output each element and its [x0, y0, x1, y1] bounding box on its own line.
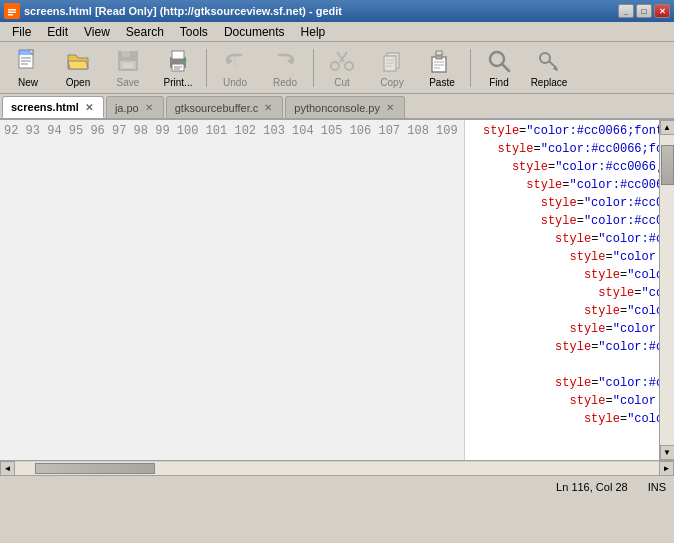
print-icon — [164, 47, 192, 75]
undo-label: Undo — [223, 77, 247, 88]
open-icon — [64, 47, 92, 75]
replace-icon — [535, 47, 563, 75]
cut-button: Cut — [318, 45, 366, 91]
replace-label: Replace — [531, 77, 568, 88]
undo-button: Undo — [211, 45, 259, 91]
separator-1 — [206, 49, 207, 87]
open-button[interactable]: Open — [54, 45, 102, 91]
vertical-scrollbar[interactable]: ▲ ▼ — [659, 120, 674, 460]
paste-label: Paste — [429, 77, 455, 88]
menu-search[interactable]: Search — [118, 23, 172, 41]
tab-screens-close[interactable]: ✕ — [83, 102, 95, 113]
svg-point-26 — [345, 62, 353, 70]
menu-view[interactable]: View — [76, 23, 118, 41]
find-label: Find — [489, 77, 508, 88]
new-icon — [14, 47, 42, 75]
svg-rect-13 — [123, 63, 133, 68]
window-title: screens.html [Read Only] (http://gtksour… — [24, 5, 342, 17]
horizontal-scrollbar[interactable]: ◄ ► — [0, 460, 674, 475]
print-button[interactable]: Print... — [154, 45, 202, 91]
menu-tools[interactable]: Tools — [172, 23, 216, 41]
scroll-down-button[interactable]: ▼ — [660, 445, 675, 460]
save-label: Save — [117, 77, 140, 88]
tab-pythonconsole-close[interactable]: ✕ — [384, 102, 396, 113]
editor: 92 93 94 95 96 97 98 99 100 101 102 103 … — [0, 120, 674, 460]
scroll-up-button[interactable]: ▲ — [660, 120, 675, 135]
tab-gtksource-close[interactable]: ✕ — [262, 102, 274, 113]
tab-gtksource-label: gtksourcebuffer.c — [175, 102, 259, 114]
paste-button[interactable]: Paste — [418, 45, 466, 91]
find-button[interactable]: Find — [475, 45, 523, 91]
close-button[interactable]: ✕ — [654, 4, 670, 18]
toolbar: New Open Save — [0, 42, 674, 94]
menu-file[interactable]: File — [4, 23, 39, 41]
tab-japo-close[interactable]: ✕ — [143, 102, 155, 113]
app-icon — [4, 3, 20, 19]
separator-3 — [470, 49, 471, 87]
scroll-track[interactable] — [660, 135, 674, 445]
statusbar: Ln 116, Col 28 INS — [0, 475, 674, 497]
tab-japo-label: ja.po — [115, 102, 139, 114]
svg-line-39 — [502, 64, 509, 71]
copy-button: Copy — [368, 45, 416, 91]
svg-rect-15 — [172, 51, 184, 59]
svg-marker-22 — [287, 57, 293, 65]
separator-2 — [313, 49, 314, 87]
paste-icon — [428, 47, 456, 75]
scroll-left-button[interactable]: ◄ — [0, 461, 15, 476]
redo-label: Redo — [273, 77, 297, 88]
cursor-position: Ln 116, Col 28 — [556, 481, 628, 493]
svg-rect-11 — [122, 51, 130, 57]
new-label: New — [18, 77, 38, 88]
svg-point-25 — [331, 62, 339, 70]
redo-button: Redo — [261, 45, 309, 91]
maximize-button[interactable]: □ — [636, 4, 652, 18]
titlebar-controls[interactable]: _ □ ✕ — [618, 4, 670, 18]
tabbar: screens.html ✕ ja.po ✕ gtksourcebuffer.c… — [0, 94, 674, 120]
open-label: Open — [66, 77, 90, 88]
save-button: Save — [104, 45, 152, 91]
insert-mode: INS — [648, 481, 666, 493]
print-label: Print... — [164, 77, 193, 88]
new-button[interactable]: New — [4, 45, 52, 91]
titlebar-left: screens.html [Read Only] (http://gtksour… — [4, 3, 342, 19]
replace-button[interactable]: Replace — [525, 45, 573, 91]
hscroll-thumb[interactable] — [35, 463, 155, 474]
tab-pythonconsole-label: pythonconsole.py — [294, 102, 380, 114]
svg-rect-2 — [8, 12, 16, 14]
cut-label: Cut — [334, 77, 350, 88]
undo-icon — [221, 47, 249, 75]
tab-japo[interactable]: ja.po ✕ — [106, 96, 164, 118]
tab-pythonconsole[interactable]: pythonconsole.py ✕ — [285, 96, 405, 118]
minimize-button[interactable]: _ — [618, 4, 634, 18]
tab-screens[interactable]: screens.html ✕ — [2, 96, 104, 118]
menubar: File Edit View Search Tools Documents He… — [0, 22, 674, 42]
svg-rect-34 — [436, 51, 442, 55]
scroll-right-button[interactable]: ► — [659, 461, 674, 476]
copy-label: Copy — [380, 77, 403, 88]
scroll-thumb[interactable] — [661, 145, 674, 185]
redo-icon — [271, 47, 299, 75]
svg-line-41 — [549, 61, 553, 65]
tab-gtksource[interactable]: gtksourcebuffer.c ✕ — [166, 96, 284, 118]
svg-point-17 — [184, 59, 187, 62]
tab-screens-label: screens.html — [11, 101, 79, 113]
save-icon — [114, 47, 142, 75]
titlebar: screens.html [Read Only] (http://gtksour… — [0, 0, 674, 22]
hscroll-track[interactable] — [15, 462, 659, 475]
line-numbers: 92 93 94 95 96 97 98 99 100 101 102 103 … — [0, 120, 465, 460]
svg-rect-1 — [8, 9, 16, 11]
menu-help[interactable]: Help — [293, 23, 334, 41]
find-icon — [485, 47, 513, 75]
code-area[interactable]: style="color:#cc0066;font-weight:bold"><… — [465, 120, 659, 460]
menu-documents[interactable]: Documents — [216, 23, 293, 41]
cut-icon — [328, 47, 356, 75]
menu-edit[interactable]: Edit — [39, 23, 76, 41]
svg-rect-3 — [8, 14, 13, 16]
svg-marker-20 — [227, 57, 233, 65]
copy-icon — [378, 47, 406, 75]
